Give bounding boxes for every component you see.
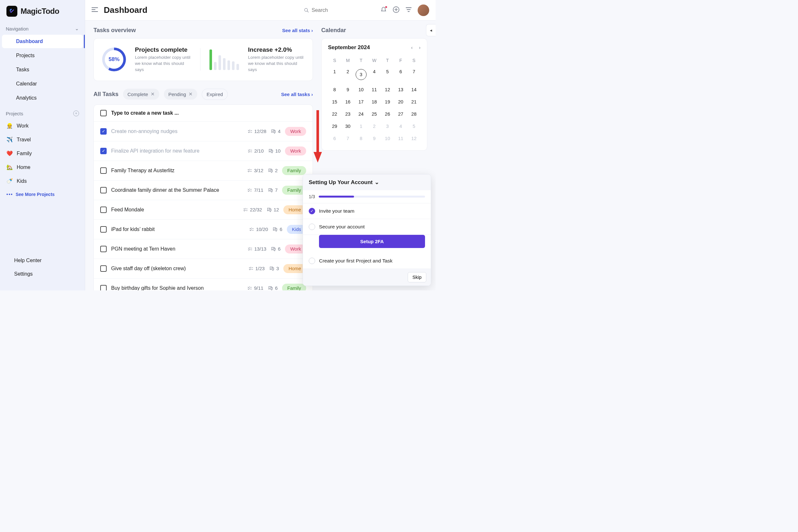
onboarding-step[interactable]: Secure your account (303, 219, 431, 235)
cal-day[interactable]: 13 (394, 83, 407, 96)
cal-next-icon[interactable]: › (419, 45, 420, 50)
cal-day[interactable]: 12 (381, 83, 394, 96)
task-tag[interactable]: Work (285, 147, 306, 155)
cal-day[interactable]: 10 (354, 83, 367, 96)
cal-day[interactable]: 27 (394, 108, 407, 120)
cal-day[interactable]: 9 (367, 132, 381, 145)
cal-day[interactable]: 6 (328, 132, 341, 145)
cal-day[interactable]: 3 (354, 65, 367, 83)
cal-day[interactable]: 24 (354, 108, 367, 120)
add-project-icon[interactable]: + (73, 111, 79, 116)
cal-day[interactable]: 30 (341, 120, 354, 132)
cal-day[interactable]: 9 (341, 83, 354, 96)
add-icon[interactable] (393, 6, 400, 14)
cal-day[interactable]: 5 (407, 120, 420, 132)
search-field[interactable] (304, 7, 375, 13)
cal-day[interactable]: 28 (407, 108, 420, 120)
sidebar-item-dashboard[interactable]: Dashboard (2, 35, 83, 48)
logo[interactable]: MagicTodo (0, 0, 85, 22)
close-icon[interactable]: ✕ (151, 91, 155, 97)
cal-day[interactable]: 8 (354, 132, 367, 145)
close-icon[interactable]: ✕ (189, 91, 193, 97)
sidebar-item-help-center[interactable]: Help Center (0, 254, 85, 267)
cal-day[interactable]: 1 (354, 120, 367, 132)
sidebar-item-tasks[interactable]: Tasks (2, 63, 83, 76)
cal-day[interactable]: 26 (381, 108, 394, 120)
task-row[interactable]: iPad for kids’ rabbit10/206Kids (94, 220, 312, 239)
cal-day[interactable]: 4 (367, 65, 381, 83)
new-task-row[interactable]: Type to create a new task ... (94, 105, 312, 122)
task-row[interactable]: ✓Create non-annoying nudges12/284Work (94, 122, 312, 141)
cal-day[interactable]: 25 (367, 108, 381, 120)
project-item-kids[interactable]: 🍼Kids (0, 174, 85, 188)
project-item-work[interactable]: 👷Work (0, 119, 85, 133)
cal-day[interactable]: 2 (341, 65, 354, 83)
cal-day[interactable]: 8 (328, 83, 341, 96)
checkbox-icon[interactable] (100, 246, 107, 252)
cal-day[interactable]: 11 (367, 83, 381, 96)
checkbox-icon[interactable] (100, 187, 107, 193)
cal-day[interactable]: 11 (394, 132, 407, 145)
cal-prev-icon[interactable]: ‹ (411, 45, 413, 50)
task-tag[interactable]: Family (282, 284, 306, 290)
nav-section-header[interactable]: Navigation ⌄ (0, 22, 85, 35)
cal-day[interactable]: 5 (381, 65, 394, 83)
sidebar-item-projects[interactable]: Projects (2, 49, 83, 62)
skip-button[interactable]: Skip (408, 272, 426, 282)
cal-day[interactable]: 2 (367, 120, 381, 132)
cal-day[interactable]: 7 (407, 65, 420, 83)
project-item-family[interactable]: ❤️Family (0, 147, 85, 160)
filter-chip-complete[interactable]: Complete✕ (123, 89, 159, 100)
checkbox-icon[interactable] (100, 285, 107, 290)
cal-day[interactable]: 7 (341, 132, 354, 145)
cal-day[interactable]: 12 (407, 132, 420, 145)
task-row[interactable]: PGN meeting at Tern Haven13/136Work (94, 239, 312, 259)
cal-day[interactable]: 29 (328, 120, 341, 132)
checkbox-icon[interactable]: ✓ (100, 148, 107, 154)
see-more-projects[interactable]: ••• See More Projects (0, 188, 85, 201)
task-row[interactable]: Coordinate family dinner at the Summer P… (94, 180, 312, 200)
cal-day[interactable]: 1 (328, 65, 341, 83)
sidebar-item-analytics[interactable]: Analytics (2, 91, 83, 105)
filter-chip-expired[interactable]: Expired (202, 89, 228, 100)
checkbox-icon[interactable] (100, 167, 107, 174)
task-tag[interactable]: Work (285, 127, 306, 136)
filter-icon[interactable] (405, 7, 412, 14)
cal-day[interactable]: 23 (341, 108, 354, 120)
setup-2fa-button[interactable]: Setup 2FA (319, 235, 425, 248)
cal-day[interactable]: 4 (394, 120, 407, 132)
see-all-stats[interactable]: See all stats › (282, 27, 313, 33)
checkbox-icon[interactable] (100, 110, 107, 116)
task-row[interactable]: Buy birthday gifts for Sophie and Iverso… (94, 279, 312, 290)
cal-day[interactable]: 15 (328, 96, 341, 108)
onboarding-step[interactable]: ✓Invite your team (303, 203, 431, 219)
cal-day[interactable]: 17 (354, 96, 367, 108)
onboarding-step[interactable]: Create your first Project and Task (303, 253, 431, 269)
project-item-home[interactable]: 🏡Home (0, 160, 85, 174)
cal-day[interactable]: 20 (394, 96, 407, 108)
checkbox-icon[interactable] (100, 207, 107, 213)
notifications-icon[interactable] (380, 6, 387, 14)
checkbox-icon[interactable] (100, 265, 107, 272)
task-row[interactable]: Feed Mondale22/3212Home (94, 200, 312, 220)
cal-day[interactable]: 19 (381, 96, 394, 108)
checkbox-icon[interactable] (100, 226, 107, 233)
cal-day[interactable]: 22 (328, 108, 341, 120)
search-input[interactable] (311, 7, 375, 13)
project-item-travel[interactable]: ✈️Travel (0, 133, 85, 147)
task-tag[interactable]: Family (282, 166, 306, 175)
cal-day[interactable]: 21 (407, 96, 420, 108)
checkbox-icon[interactable]: ✓ (100, 128, 107, 135)
cal-day[interactable]: 16 (341, 96, 354, 108)
menu-toggle-icon[interactable] (92, 7, 98, 13)
avatar[interactable] (418, 4, 429, 16)
see-all-tasks[interactable]: See all tasks› (281, 92, 313, 97)
cal-day[interactable]: 14 (407, 83, 420, 96)
task-row[interactable]: Family Therapy at Austerlitz3/122Family (94, 161, 312, 180)
sidebar-item-calendar[interactable]: Calendar (2, 77, 83, 91)
onboarding-header[interactable]: Setting Up Your Account ⌄ (303, 174, 431, 190)
cal-day[interactable]: 10 (381, 132, 394, 145)
cal-day[interactable]: 6 (394, 65, 407, 83)
cal-day[interactable]: 3 (381, 120, 394, 132)
sidebar-item-settings[interactable]: Settings (0, 267, 85, 281)
